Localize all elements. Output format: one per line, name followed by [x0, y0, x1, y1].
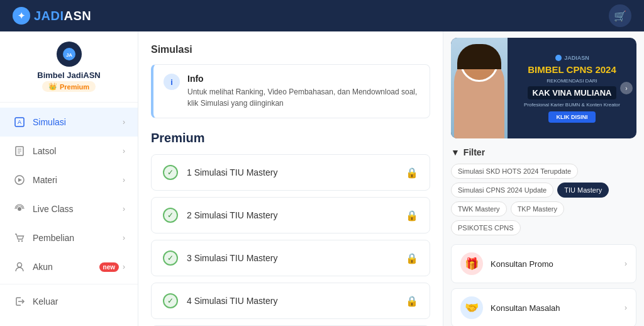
svg-point-11: [18, 240, 19, 242]
premium-icon: 👑: [48, 82, 57, 91]
logo: ✦ JADIASN: [13, 7, 91, 25]
svg-text:JA: JA: [65, 52, 72, 58]
keluar-icon: [13, 295, 26, 308]
materi-label: Materi: [33, 175, 123, 185]
sidebar-premium-badge: 👑 Premium: [42, 81, 96, 92]
konsultan-promo-label: Konsultan Promo: [491, 259, 625, 269]
akun-badge: new: [99, 262, 119, 272]
banner-logo: JADIASN: [555, 54, 589, 62]
banner-subtitle: REKOMENDASI DARI: [547, 78, 597, 84]
banner-name: KAK VINA MULIANA: [528, 86, 617, 99]
latsol-chevron: ›: [123, 147, 125, 155]
banner-cta[interactable]: KLIK DISINI: [548, 111, 595, 123]
sidebar-item-pembelian[interactable]: Pembelian ›: [0, 223, 138, 252]
live-class-chevron: ›: [123, 205, 125, 213]
sidebar-nav: A Simulasi › Latsol › Materi ›: [0, 108, 138, 316]
sidebar: JA Bimbel JadiASN 👑 Premium A Simulasi ›…: [0, 31, 138, 326]
lock-icon-3: 🔒: [406, 252, 418, 264]
lock-icon-1: 🔒: [406, 167, 418, 179]
banner-card[interactable]: ‹ JADIASN BIMBEL CPNS 2024 REKOMENDASI D…: [451, 38, 636, 138]
simulasi-check-1: ✓: [163, 165, 178, 180]
pembelian-icon: [13, 231, 26, 245]
konsultan-promo-chevron: ›: [625, 259, 627, 268]
premium-heading: Premium: [151, 131, 430, 145]
pembelian-label: Pembelian: [33, 233, 123, 243]
svg-point-13: [18, 263, 22, 267]
logo-icon: ✦: [13, 7, 30, 25]
filter-chip-cpns[interactable]: Simulasi CPNS 2024 Update: [451, 183, 553, 198]
svg-point-15: [555, 55, 562, 61]
keluar-label: Keluar: [33, 296, 125, 306]
main-layout: JA Bimbel JadiASN 👑 Premium A Simulasi ›…: [0, 31, 644, 326]
person-hair: [457, 44, 501, 69]
live-class-icon: [13, 202, 26, 216]
banner-next-button[interactable]: ›: [620, 82, 633, 94]
section-title: Simulasi: [151, 44, 430, 55]
lock-icon-2: 🔒: [406, 210, 418, 222]
cart-button[interactable]: 🛒: [609, 4, 631, 27]
svg-point-10: [18, 207, 21, 211]
konsultan-masalah-label: Konsultan Masalah: [491, 303, 625, 313]
banner-image: [451, 38, 508, 138]
akun-icon: [13, 260, 26, 274]
sidebar-item-keluar[interactable]: Keluar: [0, 287, 138, 316]
filter-chip-skd[interactable]: Simulasi SKD HOTS 2024 Terupdate: [451, 164, 578, 179]
sidebar-brand-name: Bimbel JadiASN: [37, 70, 100, 80]
akun-label: Akun: [33, 262, 99, 272]
filter-chip-twk[interactable]: TWK Mastery: [451, 201, 507, 216]
sidebar-item-akun[interactable]: Akun new ›: [0, 252, 138, 281]
konsultan-promo-avatar: 🎁: [460, 252, 483, 275]
info-box: i Info Untuk melihat Ranking, Video Pemb…: [151, 64, 430, 118]
live-class-label: Live Class: [33, 204, 123, 214]
simulasi-check-4: ✓: [163, 293, 178, 308]
materi-icon: [13, 173, 26, 187]
simulasi-check-3: ✓: [163, 250, 178, 266]
info-content: Info Untuk melihat Ranking, Video Pembah…: [187, 74, 419, 109]
konsultan-masalah-chevron: ›: [625, 303, 627, 312]
filter-chip-psikotes[interactable]: PSIKOTES CPNS: [451, 220, 521, 235]
content-area: Simulasi i Info Untuk melihat Ranking, V…: [138, 31, 644, 326]
filter-chips: Simulasi SKD HOTS 2024 Terupdate Simulas…: [451, 164, 636, 235]
banner-role: Profesional Karier BUMN & Konten Kreator: [524, 102, 620, 108]
materi-chevron: ›: [123, 176, 125, 184]
filter-chip-tiu[interactable]: TIU Mastery: [557, 183, 609, 198]
sidebar-item-simulasi[interactable]: A Simulasi ›: [0, 108, 138, 137]
filter-section: ▼ Filter Simulasi SKD HOTS 2024 Terupdat…: [451, 147, 636, 235]
action-konsultan-promo[interactable]: 🎁 Konsultan Promo ›: [451, 244, 636, 283]
sidebar-item-live-class[interactable]: Live Class ›: [0, 194, 138, 223]
header: ✦ JADIASN 🛒: [0, 0, 644, 31]
simulasi-item-2[interactable]: ✓ 2 Simulasi TIU Mastery 🔒: [151, 197, 430, 233]
filter-title: ▼ Filter: [451, 147, 636, 157]
info-icon: i: [164, 74, 180, 90]
akun-chevron: ›: [123, 262, 125, 271]
simulasi-check-2: ✓: [163, 208, 178, 223]
info-title: Info: [187, 74, 419, 84]
sidebar-item-latsol[interactable]: Latsol ›: [0, 137, 138, 166]
konsultan-masalah-avatar: 🤝: [460, 296, 483, 319]
info-text: Untuk melihat Ranking, Video Pembahasan,…: [187, 86, 419, 109]
simulasi-label-4: 4 Simulasi TIU Mastery: [187, 296, 406, 306]
simulasi-item-1[interactable]: ✓ 1 Simulasi TIU Mastery 🔒: [151, 154, 430, 191]
simulasi-chevron: ›: [123, 118, 125, 126]
svg-marker-9: [18, 178, 22, 182]
simulasi-item-3[interactable]: ✓ 3 Simulasi TIU Mastery 🔒: [151, 240, 430, 276]
action-konsultan-masalah[interactable]: 🤝 Konsultan Masalah ›: [451, 288, 636, 326]
simulasi-item-4[interactable]: ✓ 4 Simulasi TIU Mastery 🔒: [151, 283, 430, 319]
main-panel: Simulasi i Info Untuk melihat Ranking, V…: [138, 31, 443, 326]
simulasi-label-2: 2 Simulasi TIU Mastery: [187, 210, 406, 220]
svg-point-12: [21, 240, 23, 242]
pembelian-chevron: ›: [123, 233, 125, 242]
filter-chip-tkp[interactable]: TKP Mastery: [511, 201, 564, 216]
svg-text:A: A: [18, 119, 21, 125]
latsol-icon: [13, 144, 26, 158]
sidebar-item-materi[interactable]: Materi ›: [0, 166, 138, 194]
simulasi-label: Simulasi: [33, 117, 123, 127]
lock-icon-4: 🔒: [406, 295, 418, 307]
filter-icon: ▼: [451, 147, 460, 157]
sidebar-brand: JA Bimbel JadiASN 👑 Premium: [0, 42, 138, 103]
simulasi-label-1: 1 Simulasi TIU Mastery: [187, 167, 406, 177]
sidebar-divider: [0, 284, 138, 284]
sidebar-logo: JA: [57, 42, 82, 67]
simulasi-icon: A: [13, 115, 26, 129]
banner-title: BIMBEL CPNS 2024: [528, 64, 616, 76]
